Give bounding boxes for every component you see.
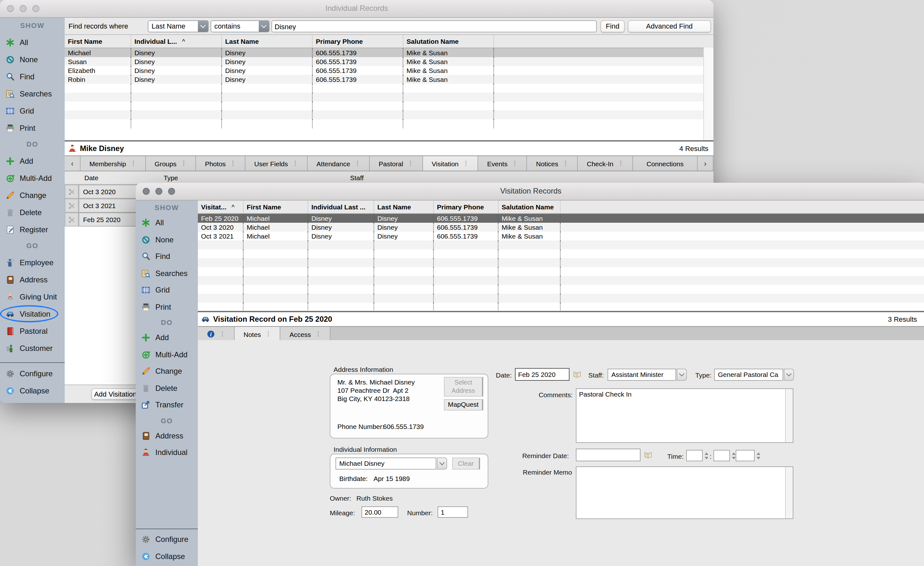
step-down-icon[interactable] xyxy=(756,456,760,459)
zoom-button[interactable] xyxy=(32,5,39,12)
chevron-down-icon[interactable] xyxy=(437,458,447,470)
tab-menu-icon[interactable]: ⋮ xyxy=(266,331,271,337)
sidebar-item-transfer[interactable]: Transfer xyxy=(136,396,198,413)
tab-menu-icon[interactable]: ⋮ xyxy=(408,161,413,166)
sidebar-item-print[interactable]: Print xyxy=(0,119,64,137)
sidebar-item-searches[interactable]: Searches xyxy=(0,85,64,102)
column-header-individual-l-[interactable]: Individual L...^ xyxy=(131,35,222,48)
sidebar-item-find[interactable]: Find xyxy=(136,248,198,265)
sidebar-item-grid[interactable]: Grid xyxy=(136,282,198,299)
table-row[interactable]: ElizabethDisneyDisney606.555.1739Mike & … xyxy=(64,66,714,75)
tab-visitation[interactable]: Visitation⋮ xyxy=(423,156,478,171)
sidebar-item-configure[interactable]: Configure xyxy=(136,531,198,548)
sidebar-item-collapse[interactable]: Collapse xyxy=(0,382,64,399)
visitation-results-table[interactable]: Visitat...^First NameIndividual Last ...… xyxy=(198,201,924,311)
tab-menu-icon[interactable]: ⋮ xyxy=(354,161,360,166)
zoom-button[interactable] xyxy=(168,188,175,195)
tab-photos[interactable]: Photos⋮ xyxy=(196,156,245,171)
sidebar-item-grid[interactable]: Grid xyxy=(0,102,64,119)
step-up-icon[interactable] xyxy=(756,452,760,455)
chevron-down-icon[interactable] xyxy=(676,369,687,381)
tab-notices[interactable]: Notices⋮ xyxy=(527,156,578,171)
tab-menu-icon[interactable]: ⋮ xyxy=(130,161,136,166)
tab-attendance[interactable]: Attendance⋮ xyxy=(308,156,370,171)
reminder-memo-textarea[interactable] xyxy=(576,467,790,518)
sidebar-item-address[interactable]: Address xyxy=(136,427,198,444)
column-header-individual-last-[interactable]: Individual Last ... xyxy=(308,201,374,213)
sidebar-item-none[interactable]: None xyxy=(136,231,198,248)
tab-menu-icon[interactable]: ⋮ xyxy=(292,161,298,166)
step-up-icon[interactable] xyxy=(704,452,708,455)
sidebar-item-print[interactable]: Print xyxy=(136,299,198,315)
step-down-icon[interactable] xyxy=(704,456,708,459)
sidebar-item-pastoral[interactable]: Pastoral xyxy=(0,322,64,339)
sidebar-item-configure[interactable]: Configure xyxy=(0,365,64,382)
tab-menu-icon[interactable]: ⋮ xyxy=(463,161,469,166)
tab-connections[interactable]: Connections xyxy=(633,156,698,171)
minimize-button[interactable] xyxy=(20,5,27,12)
scrollbar[interactable] xyxy=(785,467,793,518)
scissors-icon[interactable] xyxy=(64,199,79,213)
time-hour-input[interactable] xyxy=(686,450,703,461)
tab-info[interactable]: ⋮ xyxy=(198,327,235,341)
table-row[interactable]: RobinDisneyDisney606.555.1739Mike & Susa… xyxy=(64,75,714,84)
column-header-salutation-name[interactable]: Salutation Name xyxy=(404,35,494,48)
tab-menu-icon[interactable]: ⋮ xyxy=(315,331,321,337)
comments-textarea[interactable]: Pastoral Check In xyxy=(576,389,790,442)
find-button[interactable]: Find xyxy=(601,20,625,32)
find-field-select[interactable]: Last Name xyxy=(148,20,208,32)
tab-scroll-forward[interactable]: › xyxy=(698,156,714,171)
tab-events[interactable]: Events⋮ xyxy=(478,156,527,171)
mileage-input[interactable] xyxy=(362,506,398,518)
time-ampm-input[interactable] xyxy=(736,450,754,461)
advanced-find-button[interactable]: Advanced Find xyxy=(628,20,711,32)
scissors-icon[interactable] xyxy=(64,185,79,199)
sidebar-item-visitation[interactable]: Visitation xyxy=(0,305,64,322)
sidebar-item-individual[interactable]: Individual xyxy=(136,444,198,461)
tab-menu-icon[interactable]: ⋮ xyxy=(618,161,624,166)
clear-button[interactable]: Clear xyxy=(452,458,480,470)
table-row[interactable]: MichaelDisneyDisney606.555.1739Mike & Su… xyxy=(64,48,714,57)
sidebar-item-all[interactable]: All xyxy=(136,215,198,231)
sidebar-item-all[interactable]: All xyxy=(0,34,64,51)
find-operator-select[interactable]: contains xyxy=(210,20,270,32)
time-minute-input[interactable] xyxy=(714,450,730,461)
mapquest-button[interactable]: MapQuest xyxy=(444,399,483,411)
table-row[interactable]: Oct 3 2021MichaelDisneyDisney606.555.173… xyxy=(198,231,924,240)
sidebar-item-find[interactable]: Find xyxy=(0,68,64,85)
step-down-icon[interactable] xyxy=(732,456,735,459)
add-visitation-button[interactable]: Add Visitation xyxy=(92,388,140,400)
calendar-book-icon[interactable] xyxy=(644,450,652,459)
close-button[interactable] xyxy=(7,5,14,12)
column-header-last-name[interactable]: Last Name xyxy=(374,201,434,213)
visit-date-input[interactable] xyxy=(515,368,570,381)
column-header-visitat-[interactable]: Visitat...^ xyxy=(198,201,243,213)
number-input[interactable] xyxy=(438,506,468,518)
sidebar-item-change[interactable]: Change xyxy=(0,186,64,204)
reminder-date-input[interactable] xyxy=(576,449,640,461)
sidebar-item-delete[interactable]: Delete xyxy=(0,204,64,221)
tab-membership[interactable]: Membership⋮ xyxy=(81,156,146,171)
sidebar-item-none[interactable]: None xyxy=(0,51,64,68)
column-header-last-name[interactable]: Last Name xyxy=(222,35,313,48)
scrollbar[interactable] xyxy=(785,389,793,442)
column-header-primary-phone[interactable]: Primary Phone xyxy=(313,35,404,48)
tab-menu-icon[interactable]: ⋮ xyxy=(563,161,568,166)
chevron-down-icon[interactable] xyxy=(198,21,208,32)
tab-check-in[interactable]: Check-In⋮ xyxy=(578,156,633,171)
staff-select[interactable]: Assistant Minister xyxy=(608,369,687,381)
individual-results-table[interactable]: First NameIndividual L...^Last NamePrima… xyxy=(64,35,714,140)
chevron-down-icon[interactable] xyxy=(784,369,794,381)
tab-menu-icon[interactable]: ⋮ xyxy=(512,161,518,166)
sidebar-item-customer[interactable]: Customer xyxy=(0,339,64,357)
sidebar-item-address[interactable]: Address xyxy=(0,271,64,288)
scissors-icon[interactable] xyxy=(64,213,79,227)
individual-name-select[interactable]: Michael Disney xyxy=(336,458,447,470)
visitation-titlebar[interactable]: Visitation Records xyxy=(136,183,924,201)
close-button[interactable] xyxy=(143,188,150,195)
sidebar-item-add[interactable]: Add xyxy=(0,152,64,170)
tab-notes[interactable]: Notes⋮ xyxy=(235,327,280,341)
column-header-first-name[interactable]: First Name xyxy=(64,35,131,48)
tab-access[interactable]: Access⋮ xyxy=(280,327,331,341)
sidebar-item-multi-add[interactable]: Multi-Add xyxy=(136,346,198,363)
